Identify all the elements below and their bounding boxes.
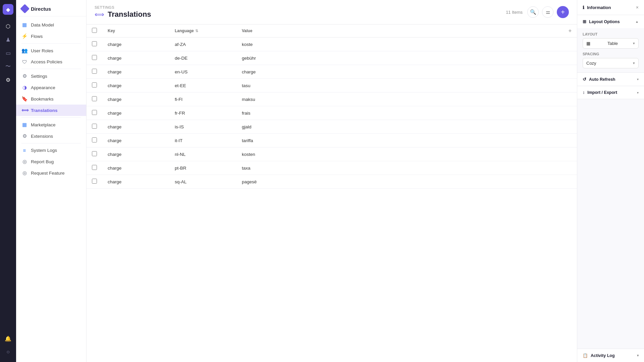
sidebar-item-flows[interactable]: ⚡ Flows	[16, 31, 86, 42]
activity-log-section[interactable]: 📋 Activity Log ▾	[577, 349, 644, 362]
layout-select[interactable]: ▦ Table ▾	[583, 38, 639, 49]
import-export-icon: ↕	[583, 90, 585, 95]
import-export-chevron: ▾	[637, 91, 639, 95]
spacing-chevron: ▾	[633, 61, 635, 65]
spacing-select[interactable]: Cozy ▾	[583, 58, 639, 68]
row-value: kosten	[236, 147, 563, 161]
rail-profile-icon[interactable]: ○	[2, 346, 14, 358]
sidebar-logo	[20, 4, 30, 13]
rail-settings-icon[interactable]: ⚙	[2, 74, 14, 86]
row-checkbox-cell	[87, 175, 102, 189]
close-button[interactable]: ×	[636, 5, 639, 10]
row-checkbox[interactable]	[92, 96, 97, 101]
row-value: maksu	[236, 93, 563, 106]
sidebar-item-marketplace[interactable]: ▦ Marketplace	[16, 119, 86, 130]
search-button[interactable]: 🔍	[527, 6, 539, 18]
language-sort-icon[interactable]: ⇅	[195, 29, 198, 33]
auto-refresh-header[interactable]: ↺ Auto Refresh ▾	[577, 73, 644, 86]
add-column-icon[interactable]: +	[569, 28, 572, 34]
add-button[interactable]: +	[557, 6, 569, 18]
row-checkbox[interactable]	[92, 165, 97, 170]
row-value: taxa	[236, 161, 563, 175]
main-content: Settings ⟺ Translations 11 Items 🔍 ⚌ + K…	[87, 0, 577, 362]
rail-notifications-icon[interactable]: 🔔	[2, 333, 14, 345]
row-spacer	[563, 65, 577, 79]
row-spacer	[563, 134, 577, 147]
page-title-row: ⟺ Translations	[95, 10, 151, 19]
sidebar-item-label: Settings	[31, 74, 47, 79]
sidebar-item-report-bug[interactable]: ◎ Report Bug	[16, 156, 86, 167]
translations-table: Key Language ⇅ Value + charg	[87, 24, 577, 189]
row-checkbox[interactable]	[92, 69, 97, 74]
row-checkbox[interactable]	[92, 151, 97, 156]
sidebar-item-request-feature[interactable]: ◎ Request Feature	[16, 167, 86, 179]
col-key-header: Key	[102, 24, 169, 38]
row-language: et-EE	[169, 79, 236, 93]
sidebar-item-label: Access Policies	[31, 59, 62, 64]
row-checkbox[interactable]	[92, 137, 97, 142]
row-key: charge	[102, 106, 169, 120]
table-row: charge it-IT tariffa	[87, 134, 577, 147]
col-value-header: Value	[236, 24, 563, 38]
sidebar-item-system-logs[interactable]: ≡ System Logs	[16, 145, 86, 156]
sidebar-item-bookmarks[interactable]: 🔖 Bookmarks	[16, 93, 86, 105]
layout-label: Layout	[583, 32, 639, 36]
row-checkbox-cell	[87, 93, 102, 106]
row-spacer	[563, 106, 577, 120]
table-row: charge et-EE tasu	[87, 79, 577, 93]
row-checkbox[interactable]	[92, 41, 97, 46]
import-export-header[interactable]: ↕ Import / Export ▾	[577, 86, 644, 99]
right-panel: ℹ Information × ⊞ Layout Options ▲ Layou…	[577, 0, 644, 362]
sidebar-item-settings[interactable]: ⚙ Settings	[16, 70, 86, 82]
layout-options-header[interactable]: ⊞ Layout Options ▲	[577, 15, 644, 28]
page-header: Settings ⟺ Translations 11 Items 🔍 ⚌ +	[87, 0, 577, 24]
row-key: charge	[102, 38, 169, 51]
row-checkbox[interactable]	[92, 124, 97, 129]
sidebar-item-label: Extensions	[31, 134, 53, 139]
row-checkbox[interactable]	[92, 82, 97, 87]
row-checkbox-cell	[87, 51, 102, 65]
col-add-header: +	[563, 24, 577, 38]
row-checkbox[interactable]	[92, 110, 97, 115]
sidebar-item-appearance[interactable]: ◑ Appearance	[16, 82, 86, 93]
row-language: fi-FI	[169, 93, 236, 106]
page-header-left: Settings ⟺ Translations	[95, 5, 151, 19]
row-checkbox-cell	[87, 134, 102, 147]
select-all-checkbox[interactable]	[92, 28, 97, 33]
filter-button[interactable]: ⚌	[542, 6, 553, 18]
col-language-header: Language ⇅	[169, 24, 236, 38]
row-checkbox-cell	[87, 147, 102, 161]
layout-options-body: Layout ▦ Table ▾ Spacing Cozy ▾	[577, 28, 644, 72]
row-language: en-US	[169, 65, 236, 79]
row-language: pt-BR	[169, 161, 236, 175]
sidebar-app-name: Directus	[31, 6, 51, 12]
row-spacer	[563, 147, 577, 161]
sidebar-item-label: Marketplace	[31, 122, 56, 127]
user-roles-icon: 👥	[21, 48, 28, 54]
rail-database-icon[interactable]: ⬡	[2, 20, 14, 32]
row-checkbox-cell	[87, 161, 102, 175]
request-feature-icon: ◎	[21, 170, 28, 176]
access-policies-icon: 🛡	[21, 59, 28, 65]
rail-files-icon[interactable]: ▭	[2, 47, 14, 59]
sidebar-item-label: Request Feature	[31, 171, 65, 176]
sidebar-item-access-policies[interactable]: 🛡 Access Policies	[16, 56, 86, 67]
sidebar-item-label: User Roles	[31, 48, 53, 53]
table-icon: ▦	[586, 41, 590, 46]
row-spacer	[563, 93, 577, 106]
sidebar-item-data-model[interactable]: ▦ Data Model	[16, 19, 86, 31]
row-checkbox-cell	[87, 38, 102, 51]
app-logo[interactable]: ◆	[3, 4, 13, 15]
table-row: charge af-ZA koste	[87, 38, 577, 51]
sidebar-item-extensions[interactable]: ⚙ Extensions	[16, 130, 86, 142]
sidebar-item-label: Flows	[31, 34, 43, 39]
right-panel-title-row: ℹ Information	[583, 5, 611, 10]
translations-icon: ⟺	[21, 107, 28, 113]
sidebar-item-translations[interactable]: ⟺ Translations	[16, 105, 86, 116]
row-checkbox[interactable]	[92, 55, 97, 60]
sidebar-item-user-roles[interactable]: 👥 User Roles	[16, 45, 86, 56]
row-checkbox[interactable]	[92, 179, 97, 184]
rail-users-icon[interactable]: ♟	[2, 34, 14, 46]
row-checkbox-cell	[87, 120, 102, 134]
rail-activity-icon[interactable]: 〜	[2, 60, 14, 72]
